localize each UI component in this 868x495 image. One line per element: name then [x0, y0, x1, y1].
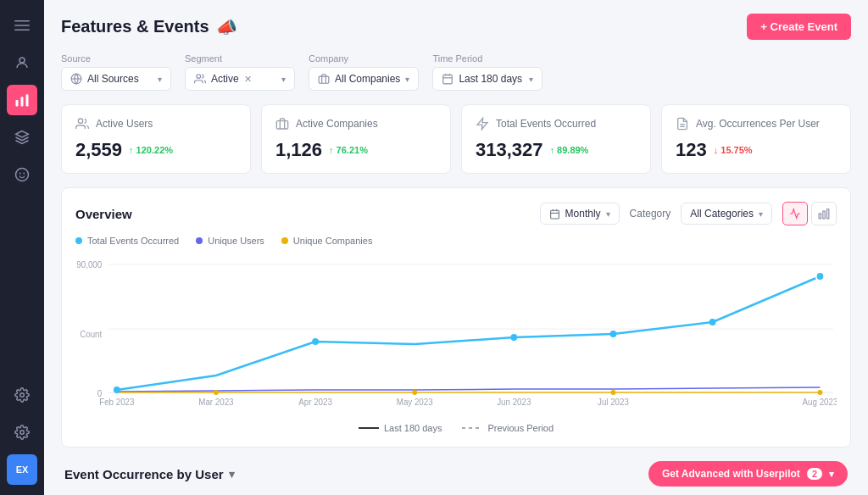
- users-icon: [14, 55, 30, 70]
- svg-text:Aug 2023: Aug 2023: [803, 398, 837, 407]
- segment-icon: [194, 73, 206, 85]
- bar-chart-button[interactable]: [811, 202, 837, 225]
- period-calendar-icon: [549, 209, 560, 220]
- overview-card: Overview Monthly ▾ Category All Categori…: [61, 187, 851, 448]
- line-chart-icon: [789, 208, 801, 220]
- svg-point-14: [197, 75, 201, 79]
- stat-number-users: 2,559: [75, 139, 122, 161]
- source-label: Source: [61, 53, 171, 64]
- svg-rect-0: [14, 20, 30, 22]
- calendar-icon: [442, 73, 453, 85]
- legend-label-users: Unique Users: [208, 236, 264, 246]
- sidebar-item-chart[interactable]: [7, 85, 37, 115]
- bottom-title-text: Event Occurrence by User: [64, 467, 224, 481]
- svg-point-3: [19, 58, 25, 63]
- svg-point-38: [114, 387, 120, 393]
- sidebar-item-settings1[interactable]: [7, 380, 37, 410]
- page-header: Features & Events 📣 + Create Event: [61, 14, 851, 40]
- chart-legend: Total Events Occurred Unique Users Uniqu…: [75, 236, 837, 246]
- chart-type-buttons: [782, 202, 837, 225]
- stat-label-avg: Avg. Occurrences Per User: [696, 118, 820, 130]
- stat-value-companies: 1,126 ↑ 76.21%: [275, 139, 437, 161]
- source-filter: Source All Sources ▾: [61, 53, 171, 91]
- segment-select[interactable]: Active ✕ ▾: [185, 67, 295, 91]
- svg-rect-25: [550, 210, 559, 219]
- stat-label-users: Active Users: [96, 118, 153, 130]
- footer-previous-label: Previous Period: [487, 423, 554, 433]
- create-event-label: + Create Event: [760, 20, 837, 33]
- stat-change-events: ↑ 89.89%: [550, 145, 589, 155]
- svg-rect-15: [319, 76, 329, 83]
- source-value: All Sources: [87, 73, 139, 85]
- segment-filter: Segment Active ✕ ▾: [185, 53, 295, 91]
- page-title-emoji: 📣: [216, 17, 237, 37]
- stat-number-avg: 123: [676, 139, 707, 161]
- company-chevron: ▾: [405, 75, 409, 84]
- svg-rect-21: [276, 121, 287, 129]
- active-companies-icon: [275, 117, 289, 131]
- legend-dot-events: [75, 237, 82, 244]
- svg-text:Count: Count: [80, 330, 102, 339]
- svg-text:Feb 2023: Feb 2023: [99, 398, 135, 407]
- line-chart-button[interactable]: [782, 202, 808, 225]
- stat-number-companies: 1,126: [275, 139, 322, 161]
- svg-point-11: [20, 431, 25, 435]
- create-event-button[interactable]: + Create Event: [747, 14, 851, 40]
- page-title-text: Features & Events: [61, 17, 209, 36]
- time-select[interactable]: Last 180 days ▾: [432, 67, 542, 91]
- category-select[interactable]: All Categories ▾: [681, 203, 772, 225]
- bar-chart-icon: [818, 208, 830, 220]
- sidebar-avatar[interactable]: EX: [7, 454, 37, 485]
- chart-icon: [14, 92, 30, 108]
- filters-row: Source All Sources ▾ Segment Active ✕ ▾ …: [61, 53, 851, 91]
- get-advanced-button[interactable]: Get Advanced with Userpilot 2 ▾: [648, 461, 848, 487]
- sidebar-item-layers[interactable]: [7, 122, 37, 153]
- bottom-title-chevron: ▾: [229, 468, 235, 481]
- legend-dot-users: [196, 237, 203, 244]
- advanced-chevron: ▾: [829, 469, 834, 480]
- svg-rect-30: [823, 211, 825, 219]
- avg-occurrences-icon: [676, 117, 689, 131]
- source-select[interactable]: All Sources ▾: [61, 67, 171, 91]
- stat-value-users: 2,559 ↑ 120.22%: [75, 139, 236, 161]
- sidebar-item-settings2[interactable]: [7, 417, 37, 448]
- stats-row: Active Users 2,559 ↑ 120.22% Active Comp…: [61, 104, 851, 174]
- stat-card-avg: Avg. Occurrences Per User 123 ↓ 15.75%: [661, 104, 851, 174]
- stat-card-companies: Active Companies 1,126 ↑ 76.21%: [261, 104, 451, 174]
- sidebar-item-users[interactable]: [7, 47, 37, 78]
- svg-point-45: [412, 390, 417, 395]
- segment-chevron: ▾: [281, 75, 286, 84]
- svg-text:Mar 2023: Mar 2023: [198, 398, 234, 407]
- svg-marker-22: [477, 118, 487, 129]
- chart-footer-legend: Last 180 days Previous Period: [75, 416, 837, 433]
- footer-previous: Previous Period: [462, 423, 554, 433]
- svg-text:Jul 2023: Jul 2023: [598, 398, 629, 407]
- overview-controls: Monthly ▾ Category All Categories ▾: [540, 202, 837, 225]
- settings2-icon: [14, 425, 30, 440]
- bottom-right: Get Advanced with Userpilot 2 ▾: [648, 461, 848, 487]
- sidebar-item-menu[interactable]: [7, 10, 37, 41]
- svg-rect-6: [26, 94, 29, 106]
- svg-text:90,000: 90,000: [76, 260, 102, 270]
- sidebar-item-smiley[interactable]: [7, 159, 37, 190]
- company-select[interactable]: All Companies ▾: [309, 67, 419, 91]
- segment-label: Segment: [185, 53, 295, 64]
- period-chevron: ▾: [606, 209, 610, 219]
- svg-rect-5: [21, 97, 24, 106]
- stat-card-events: Total Events Occurred 313,327 ↑ 89.89%: [461, 104, 651, 174]
- segment-clear-icon[interactable]: ✕: [244, 74, 252, 85]
- stat-change-companies: ↑ 76.21%: [329, 145, 368, 155]
- active-users-icon: [75, 117, 89, 131]
- svg-point-42: [709, 319, 716, 325]
- svg-point-47: [818, 390, 823, 395]
- svg-point-7: [16, 169, 29, 181]
- overview-title: Overview: [75, 207, 132, 221]
- stat-number-events: 313,327: [476, 139, 543, 161]
- svg-point-40: [510, 334, 517, 341]
- svg-rect-4: [16, 100, 19, 107]
- stat-label-events: Total Events Occurred: [496, 118, 596, 130]
- bottom-section-header: Event Occurrence by User ▾ Get Advanced …: [61, 461, 851, 487]
- svg-point-9: [23, 173, 25, 175]
- svg-point-43: [816, 272, 825, 281]
- period-select[interactable]: Monthly ▾: [540, 203, 620, 225]
